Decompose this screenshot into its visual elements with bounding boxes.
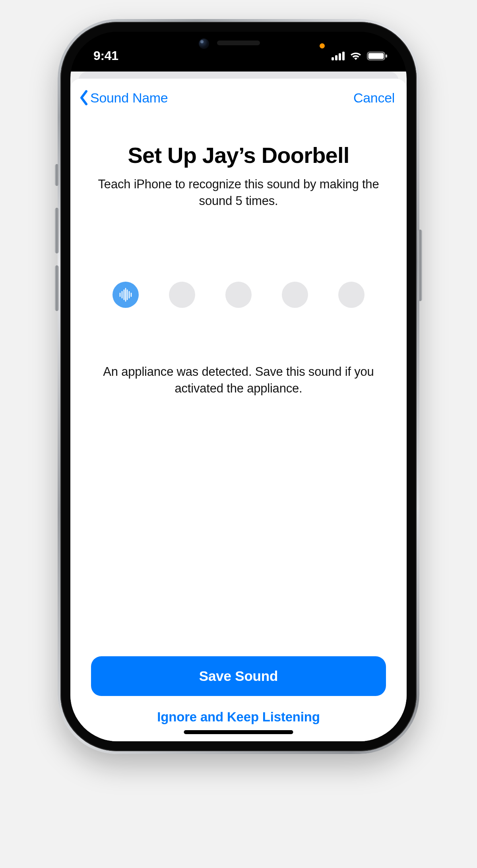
progress-dot-4 xyxy=(282,282,308,308)
battery-icon xyxy=(367,51,388,61)
ignore-keep-listening-button[interactable]: Ignore and Keep Listening xyxy=(157,709,320,725)
save-sound-button-label: Save Sound xyxy=(199,668,278,684)
detection-message: An appliance was detected. Save this sou… xyxy=(89,363,388,397)
modal-sheet: Sound Name Cancel Set Up Jay’s Doorbell … xyxy=(70,79,407,741)
svg-rect-1 xyxy=(368,53,384,59)
status-time: 9:41 xyxy=(93,48,118,63)
volume-up-button[interactable] xyxy=(55,208,59,253)
waveform-icon xyxy=(118,287,133,302)
speaker-slit xyxy=(217,41,260,45)
wifi-icon xyxy=(349,51,362,61)
iphone-device-frame: 9:41 xyxy=(58,19,419,754)
app-background: Sound Name Cancel Set Up Jay’s Doorbell … xyxy=(70,72,407,741)
page-subtitle: Teach iPhone to recognize this sound by … xyxy=(89,176,388,209)
content: Set Up Jay’s Doorbell Teach iPhone to re… xyxy=(70,110,407,741)
progress-dot-1-active xyxy=(112,282,139,308)
microphone-indicator-dot xyxy=(320,43,325,48)
cancel-button[interactable]: Cancel xyxy=(353,90,395,106)
cellular-signal-icon xyxy=(332,52,345,60)
home-indicator[interactable] xyxy=(184,730,293,734)
ignore-keep-listening-label: Ignore and Keep Listening xyxy=(157,709,320,724)
page-title: Set Up Jay’s Doorbell xyxy=(128,142,349,168)
progress-dot-5 xyxy=(338,282,365,308)
bottom-actions: Save Sound Ignore and Keep Listening xyxy=(89,656,388,741)
progress-dots xyxy=(112,282,365,308)
cancel-button-label: Cancel xyxy=(353,90,395,105)
volume-down-button[interactable] xyxy=(55,265,59,311)
svg-rect-2 xyxy=(386,54,387,58)
back-button-label: Sound Name xyxy=(90,90,168,106)
back-button[interactable]: Sound Name xyxy=(79,90,168,106)
nav-bar: Sound Name Cancel xyxy=(70,79,407,110)
chevron-left-icon xyxy=(79,90,89,106)
progress-dot-3 xyxy=(225,282,252,308)
status-right xyxy=(332,51,388,61)
progress-dot-2 xyxy=(169,282,195,308)
screen: 9:41 xyxy=(70,32,407,741)
front-camera xyxy=(199,39,209,49)
power-button[interactable] xyxy=(418,230,422,301)
silent-switch[interactable] xyxy=(55,164,59,186)
save-sound-button[interactable]: Save Sound xyxy=(91,656,386,696)
notch xyxy=(165,32,312,56)
